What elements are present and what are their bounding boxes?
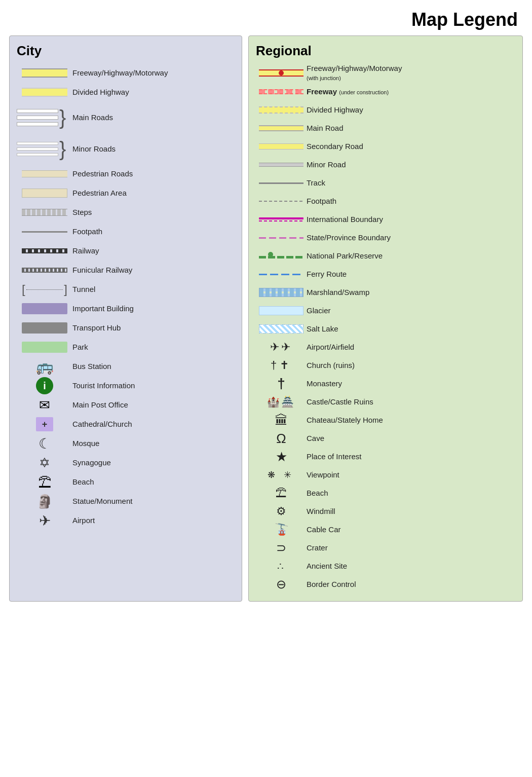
list-item: Ferry Route bbox=[256, 266, 514, 283]
list-item: Transport Hub bbox=[17, 319, 234, 337]
reg-freeway-construction-label: Freeway (under construction) bbox=[307, 87, 389, 96]
ped-roads-label: Pedestrian Roads bbox=[72, 169, 133, 178]
regional-column: Regional Freeway/Highway/Motorway(with j… bbox=[248, 35, 523, 602]
reg-state-boundary-label: State/Province Boundary bbox=[307, 233, 391, 242]
reg-border-control-icon: ⊖ bbox=[256, 577, 307, 591]
funicular-label: Funicular Railway bbox=[72, 266, 132, 275]
important-building-label: Important Building bbox=[72, 304, 134, 313]
funicular-icon bbox=[17, 268, 72, 273]
synagogue-label: Synagogue bbox=[72, 458, 111, 467]
reg-ancient-label: Ancient Site bbox=[307, 562, 347, 571]
post-office-label: Main Post Office bbox=[72, 400, 128, 410]
list-item: } Main Roads bbox=[17, 102, 234, 133]
reg-main-road-label: Main Road bbox=[307, 124, 344, 133]
reg-ferry-icon bbox=[256, 274, 307, 275]
reg-beach-label: Beach bbox=[307, 489, 328, 498]
statue-label: Statue/Monument bbox=[72, 497, 132, 506]
reg-cave-label: Cave bbox=[307, 434, 324, 443]
mosque-icon: ☾ bbox=[17, 435, 72, 452]
list-item: ⊖ Border Control bbox=[256, 576, 514, 593]
list-item: Footpath bbox=[256, 193, 514, 210]
divided-hwy-label: Divided Highway bbox=[72, 88, 129, 97]
footpath-label: Footpath bbox=[72, 227, 102, 236]
reg-windmill-icon: ⚙ bbox=[256, 505, 307, 518]
railway-icon bbox=[17, 248, 72, 253]
steps-icon bbox=[17, 209, 72, 216]
reg-marshland-icon bbox=[256, 288, 307, 297]
list-item: + Cathedral/Church bbox=[17, 415, 234, 433]
reg-glacier-icon bbox=[256, 306, 307, 315]
list-item: ★ Place of Interest bbox=[256, 448, 514, 465]
list-item: Main Road bbox=[256, 120, 514, 137]
bus-station-label: Bus Station bbox=[72, 362, 111, 371]
list-item: ❋ ✳ Viewpoint bbox=[256, 466, 514, 484]
reg-freeway-label: Freeway/Highway/Motorway(with junction) bbox=[307, 64, 402, 82]
freeway-icon bbox=[17, 68, 72, 78]
park-label: Park bbox=[72, 343, 88, 352]
page-title: Map Legend bbox=[0, 0, 532, 35]
reg-border-label: Border Control bbox=[307, 580, 356, 589]
synagogue-icon: ✡ bbox=[17, 455, 72, 471]
reg-crater-icon: ⊃ bbox=[256, 541, 307, 555]
list-item: Divided Highway bbox=[256, 101, 514, 119]
reg-natpark-label: National Park/Reserve bbox=[307, 251, 383, 261]
footpath-icon bbox=[17, 231, 72, 233]
list-item: } Minor Roads bbox=[17, 135, 234, 163]
reg-track-label: Track bbox=[307, 178, 325, 188]
reg-airport-icon: ✈✈ bbox=[256, 341, 307, 354]
reg-place-interest-label: Place of Interest bbox=[307, 452, 361, 461]
reg-main-road-icon bbox=[256, 125, 307, 131]
reg-intl-boundary-label: International Boundary bbox=[307, 215, 383, 224]
reg-ferry-label: Ferry Route bbox=[307, 270, 347, 279]
steps-label: Steps bbox=[72, 208, 92, 217]
tourist-info-label: Tourist Information bbox=[72, 381, 135, 390]
reg-saltlake-label: Salt Lake bbox=[307, 324, 338, 334]
list-item: Freeway/Highway/Motorway bbox=[17, 64, 234, 82]
beach-label: Beach bbox=[72, 477, 94, 487]
list-item: ✉ Main Post Office bbox=[17, 396, 234, 414]
main-roads-icon: } bbox=[17, 107, 72, 128]
cathedral-label: Cathedral/Church bbox=[72, 420, 132, 429]
tourist-info-icon: i bbox=[17, 377, 72, 394]
cathedral-icon: + bbox=[17, 417, 72, 431]
list-item: National Park/Reserve bbox=[256, 247, 514, 265]
list-item: Ω Cave bbox=[256, 430, 514, 447]
list-item: Divided Highway bbox=[17, 83, 234, 101]
reg-monastery-icon: † bbox=[256, 376, 307, 392]
reg-minor-road-icon bbox=[256, 163, 307, 167]
minor-roads-label: Minor Roads bbox=[72, 144, 116, 154]
important-building-icon bbox=[17, 303, 72, 314]
reg-freeway-icon bbox=[256, 69, 307, 77]
ped-area-icon bbox=[17, 189, 72, 198]
reg-footpath-label: Footpath bbox=[307, 197, 336, 206]
list-item: Glacier bbox=[256, 302, 514, 319]
list-item: Salt Lake bbox=[256, 320, 514, 338]
tunnel-label: Tunnel bbox=[72, 285, 95, 294]
post-office-icon: ✉ bbox=[17, 397, 72, 413]
list-item: State/Province Boundary bbox=[256, 229, 514, 246]
reg-airport-label: Airport/Airfield bbox=[307, 343, 354, 352]
list-item: Secondary Road bbox=[256, 138, 514, 155]
reg-viewpoint-label: Viewpoint bbox=[307, 470, 339, 479]
list-item: †✝ Church (ruins) bbox=[256, 357, 514, 374]
reg-glacier-label: Glacier bbox=[307, 306, 331, 315]
reg-windmill-label: Windmill bbox=[307, 507, 335, 516]
minor-roads-icon: } bbox=[17, 139, 72, 159]
list-item: 🏛 Chateau/Stately Home bbox=[256, 412, 514, 429]
list-item: Important Building bbox=[17, 300, 234, 318]
reg-minor-road-label: Minor Road bbox=[307, 160, 346, 169]
railway-label: Railway bbox=[72, 246, 99, 255]
list-item: i Tourist Information bbox=[17, 377, 234, 395]
list-item: Funicular Railway bbox=[17, 261, 234, 279]
list-item: Track bbox=[256, 174, 514, 192]
airport-city-label: Airport bbox=[72, 516, 95, 525]
regional-heading: Regional bbox=[256, 43, 514, 59]
list-item: Footpath bbox=[17, 223, 234, 241]
reg-castle-label: Castle/Castle Ruins bbox=[307, 397, 373, 406]
list-item: ⊃ Crater bbox=[256, 539, 514, 557]
reg-cablecar-icon: 🚡 bbox=[256, 523, 307, 536]
reg-divided-label: Divided Highway bbox=[307, 105, 363, 115]
list-item: ☾ Mosque bbox=[17, 434, 234, 453]
list-item: Freeway/Highway/Motorway(with junction) bbox=[256, 64, 514, 82]
list-item: ⛱ Beach bbox=[17, 473, 234, 491]
